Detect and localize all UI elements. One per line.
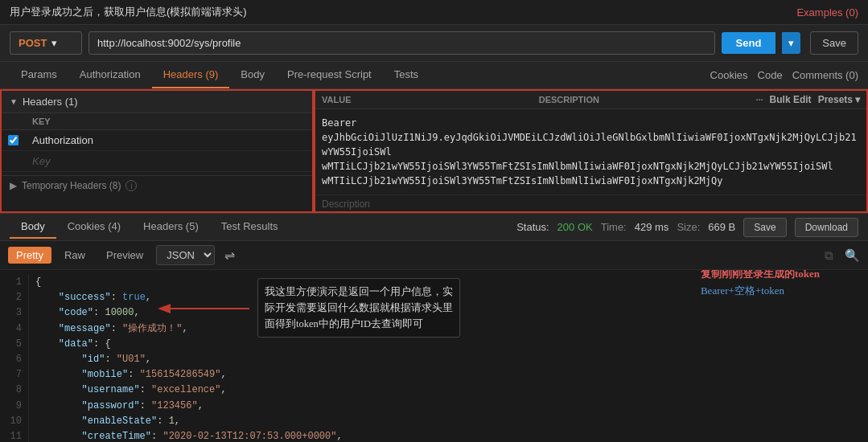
code-area: 12345 678910 1112 { "success": true, "co… (0, 270, 868, 442)
cookies-link[interactable]: Cookies (710, 69, 748, 81)
pretty-button[interactable]: Pretty (8, 247, 51, 264)
size-value: 669 B (708, 221, 735, 233)
table-row-empty: Key (2, 151, 312, 172)
url-input[interactable] (88, 31, 715, 55)
time-value: 429 ms (635, 221, 669, 233)
response-tabs-row: Body Cookies (4) Headers (5) Test Result… (0, 214, 868, 241)
rtab-body[interactable]: Body (10, 215, 56, 239)
send-dropdown-button[interactable]: ▾ (782, 32, 800, 54)
temp-headers-label: Temporary Headers (8) (22, 180, 121, 191)
format-bar: Pretty Raw Preview JSON XML Text ⇌ ⧉ 🔍 (0, 241, 868, 270)
status-value: 200 OK (557, 221, 593, 233)
table-row: Authorization (2, 130, 312, 151)
value-panel: VALUE DESCRIPTION ··· Bulk Edit Presets … (314, 89, 868, 213)
comments-link[interactable]: Comments (0) (792, 69, 858, 81)
page-title: 用户登录成功之后，获取用户信息(模拟前端请求头) (10, 5, 247, 19)
description-row: Description (315, 194, 866, 213)
headers-value-area: ▼ Headers (1) KEY Authorization Key ▶ Te… (0, 89, 868, 214)
response-tabs: Body Cookies (4) Headers (5) Test Result… (10, 215, 290, 239)
row-checkbox-cell[interactable] (8, 135, 32, 145)
key-column-header: KEY (32, 117, 306, 126)
url-bar: POST ▾ Send ▾ Save (0, 25, 868, 62)
rtab-headers[interactable]: Headers (5) (132, 215, 210, 239)
method-dropdown-icon: ▾ (51, 37, 57, 49)
preview-button[interactable]: Preview (98, 247, 151, 264)
response-body-wrapper: Pretty Raw Preview JSON XML Text ⇌ ⧉ 🔍 1… (0, 241, 868, 442)
presets-button[interactable]: Presets ▾ (818, 94, 860, 105)
rtab-cookies[interactable]: Cookies (4) (56, 215, 132, 239)
bulk-edit-btns: ··· Bulk Edit Presets ▾ (755, 94, 860, 105)
download-button[interactable]: Download (795, 218, 858, 237)
request-tabs-right: Cookies Code Comments (0) (710, 69, 858, 81)
key-placeholder[interactable]: Key (32, 155, 306, 167)
save-button[interactable]: Save (810, 31, 858, 55)
temp-headers-info-icon[interactable]: i (125, 180, 137, 191)
rtab-test-results[interactable]: Test Results (210, 215, 290, 239)
response-meta: Status: 200 OK Time: 429 ms Size: 669 B … (516, 218, 858, 237)
send-button[interactable]: Send (722, 32, 776, 54)
format-select[interactable]: JSON XML Text (156, 245, 215, 265)
description-placeholder[interactable]: Description (322, 198, 370, 210)
presets-label: Presets (818, 94, 853, 105)
token-value[interactable]: BearereyJhbGciOiJlUzI1NiJ9.eyJqdGkiOiJVM… (315, 109, 866, 194)
code-link[interactable]: Code (758, 69, 783, 81)
tab-prerequest[interactable]: Pre-request Script (276, 62, 383, 88)
code-lines: 12345 678910 1112 { "success": true, "co… (0, 275, 868, 442)
row-key: Authorization (32, 134, 306, 146)
top-bar: 用户登录成功之后，获取用户信息(模拟前端请求头) Examples (0) (0, 0, 868, 25)
bulk-edit-button[interactable]: Bulk Edit (770, 94, 812, 105)
tab-authorization[interactable]: Authorization (68, 62, 152, 88)
headers-table-header: KEY (2, 113, 312, 130)
wrap-button[interactable]: ⇌ (220, 246, 240, 264)
copy-icon[interactable]: ⧉ (825, 248, 833, 263)
tab-body[interactable]: Body (229, 62, 276, 88)
save-response-button[interactable]: Save (743, 218, 786, 237)
examples-link[interactable]: Examples (0) (796, 6, 858, 18)
code-text: { "success": true, "code": 10000, "messa… (35, 275, 868, 442)
raw-button[interactable]: Raw (56, 247, 93, 264)
row-checkbox[interactable] (8, 135, 19, 145)
time-label: Time: (601, 221, 627, 233)
collapse-icon[interactable]: ▼ (10, 97, 18, 106)
headers-panel-title: ▼ Headers (1) (2, 91, 312, 113)
request-tabs: Params Authorization Headers (9) Body Pr… (10, 62, 430, 88)
method-label: POST (19, 37, 47, 49)
headers-panel: ▼ Headers (1) KEY Authorization Key ▶ Te… (0, 89, 314, 213)
more-icon[interactable]: ··· (755, 95, 763, 104)
request-tabs-row: Params Authorization Headers (9) Body Pr… (0, 62, 868, 89)
tab-headers[interactable]: Headers (9) (152, 62, 230, 88)
search-icon[interactable]: 🔍 (845, 248, 860, 263)
presets-icon: ▾ (855, 94, 860, 105)
method-select[interactable]: POST ▾ (10, 31, 82, 55)
size-label: Size: (677, 221, 700, 233)
value-column-header: VALUE (322, 95, 539, 104)
status-label: Status: (516, 221, 549, 233)
value-panel-header: VALUE DESCRIPTION ··· Bulk Edit Presets … (315, 91, 866, 109)
temp-headers-row: ▶ Temporary Headers (8) i (2, 175, 312, 195)
description-column-header: DESCRIPTION (539, 95, 756, 104)
line-numbers: 12345 678910 1112 (0, 275, 29, 442)
headers-table: KEY Authorization Key (2, 113, 312, 172)
tab-tests[interactable]: Tests (383, 62, 430, 88)
temp-collapse-icon[interactable]: ▶ (10, 180, 17, 191)
tab-params[interactable]: Params (10, 62, 68, 88)
headers-panel-label: Headers (1) (23, 96, 78, 108)
